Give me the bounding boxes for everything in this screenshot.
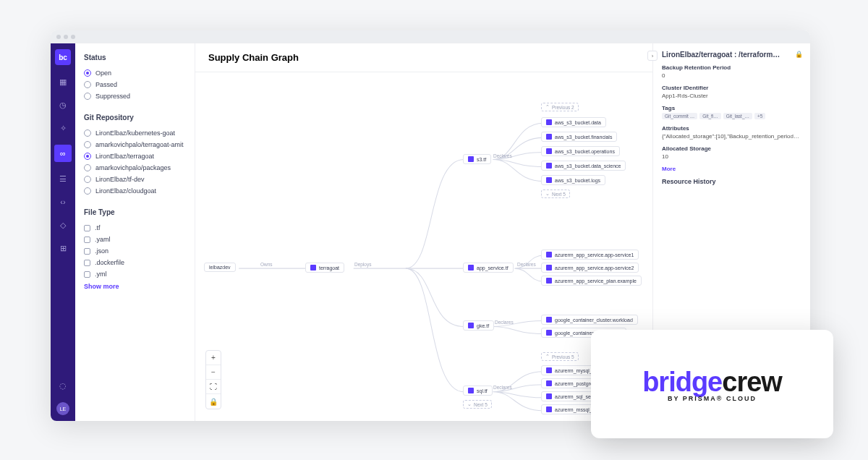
graph-canvas[interactable]: lelbazdev Owns terragoat Deploys ⌃Previo… [195, 72, 652, 421]
tag-more-chip[interactable]: +5 [754, 113, 765, 119]
filter-sidebar: Status Open Passed Suppressed Git Reposi… [75, 43, 195, 421]
repo-node[interactable]: terragoat [305, 263, 344, 273]
owner-node[interactable]: lelbazdev [204, 263, 236, 272]
nav-puzzle-icon[interactable]: ⊞ [56, 242, 69, 255]
tag-chip[interactable]: Git_commit … [662, 113, 697, 119]
brand-word-2: crew [722, 367, 782, 397]
status-passed[interactable]: Passed [84, 79, 186, 90]
edge-label: Declares [493, 385, 512, 390]
azure-icon [546, 252, 552, 257]
field-value: App1-Rds-Cluster [662, 93, 801, 99]
bucket-icon [546, 163, 552, 169]
resource-node[interactable]: aws_s3_bucket.data_science [541, 161, 626, 171]
resource-node[interactable]: azurerm_app_service_plan.example [541, 276, 642, 286]
status-suppressed[interactable]: Suppressed [84, 90, 186, 102]
lock-icon: 🔒 [795, 51, 803, 58]
repo-item[interactable]: LironElbaz/terragoat [84, 150, 186, 162]
repos-heading: Git Repository [84, 114, 186, 122]
db-icon [546, 380, 552, 386]
tag-chip[interactable]: Git_last_… [723, 113, 752, 119]
bucket-icon [546, 134, 552, 140]
nav-users-icon[interactable]: ☰ [56, 172, 69, 185]
nav-code-icon[interactable]: ‹› [56, 195, 69, 208]
filetype-item[interactable]: .dockerfile [84, 257, 186, 268]
db-icon [546, 393, 552, 399]
brand-card: bridgecrew BY PRISMA® CLOUD [591, 330, 833, 438]
window-titlebar [51, 30, 810, 43]
brand-word-1: bridge [642, 367, 722, 397]
file-node-app[interactable]: app_service.tf [463, 263, 514, 273]
tf-icon [468, 265, 474, 271]
status-heading: Status [84, 54, 186, 61]
history-heading: Resource History [662, 178, 801, 185]
db-icon [546, 367, 552, 373]
zoom-in-button[interactable]: + [206, 351, 221, 365]
edge-label: Deploys [354, 262, 371, 267]
edge-label: Declares [495, 320, 514, 325]
resource-node[interactable]: google_container_cluster.workload [541, 315, 638, 325]
collapse-panel-button[interactable]: › [647, 51, 658, 61]
edge-label: Owns [260, 262, 273, 267]
repo-item[interactable]: LironElbaz/kubernetes-goat [84, 127, 186, 139]
filetype-item[interactable]: .yml [84, 268, 186, 280]
filetype-item[interactable]: .tf [84, 222, 186, 234]
tf-icon [468, 323, 474, 328]
field-label: Cluster IDentifier [662, 85, 801, 91]
resource-node[interactable]: aws_s3_bucket.operations [541, 146, 620, 156]
azure-icon [546, 278, 552, 284]
file-node-s3[interactable]: s3.tf [463, 154, 491, 164]
nav-rocket-icon[interactable]: ✧ [56, 122, 69, 135]
repo-item[interactable]: LironElbaz/tf-dev [84, 174, 186, 185]
nav-bell-icon[interactable]: ◌ [56, 379, 69, 392]
field-label: Backup Retention Period [662, 64, 801, 71]
nav-shield-icon[interactable]: ◇ [56, 218, 69, 231]
alloc-value: 10 [662, 153, 801, 160]
prev-page[interactable]: ⌃Previous 2 [541, 103, 579, 111]
tf-icon [468, 156, 474, 162]
nav-dashboard-icon[interactable]: ▦ [56, 75, 69, 88]
bucket-icon [546, 177, 552, 183]
resource-node[interactable]: aws_s3_bucket.logs [541, 175, 605, 185]
file-node-sql[interactable]: sql.tf [463, 386, 493, 396]
zoom-lock-button[interactable]: 🔒 [206, 394, 221, 409]
resource-node[interactable]: azurerm_app_service.app-service1 [541, 250, 639, 260]
status-open[interactable]: Open [84, 67, 186, 79]
alloc-label: Allocated Storage [662, 145, 801, 152]
edge-label: Declares [493, 153, 512, 158]
filetype-heading: File Type [84, 208, 186, 216]
repo-item[interactable]: amarkovichpalo/terragoat-amit [84, 139, 186, 150]
filetype-item[interactable]: .yaml [84, 234, 186, 245]
repo-item[interactable]: amarkovichpalo/packages [84, 162, 186, 174]
attrs-label: Attributes [662, 125, 801, 132]
resource-node[interactable]: aws_s3_bucket.data [541, 117, 606, 127]
nav-clock-icon[interactable]: ◷ [56, 98, 69, 111]
zoom-controls: + − ⛶ 🔒 [205, 350, 221, 409]
next-page[interactable]: ⌄Next 5 [463, 400, 492, 409]
repo-item[interactable]: LironElbaz/cloudgoat [84, 185, 186, 197]
avatar[interactable]: LE [56, 402, 69, 415]
filetype-show-more[interactable]: Show more [84, 283, 186, 290]
attrs-value: {"Allocated_storage":[10],"Backup_retent… [662, 133, 801, 140]
edge-label: Declares [517, 262, 536, 267]
resource-node[interactable]: aws_s3_bucket.financials [541, 132, 617, 142]
brand-subtitle: BY PRISMA® CLOUD [668, 395, 757, 402]
bucket-icon [546, 119, 552, 125]
tf-icon [468, 388, 474, 393]
azure-icon [546, 265, 552, 271]
resource-node[interactable]: azurerm_app_service.app-service2 [541, 263, 639, 273]
tags-label: Tags [662, 105, 801, 111]
gcp-icon [546, 317, 552, 323]
prev-page[interactable]: ⌃Previous 5 [541, 352, 579, 361]
next-page[interactable]: ⌄Next 5 [541, 189, 570, 198]
page-title: Supply Chain Graph [195, 43, 652, 72]
nav-rail: bc ▦ ◷ ✧ ∞ ☰ ‹› ◇ ⊞ ◌ LE [51, 43, 75, 421]
zoom-out-button[interactable]: − [206, 365, 221, 380]
db-icon [546, 406, 552, 412]
filetype-item[interactable]: .json [84, 245, 186, 257]
logo-icon[interactable]: bc [55, 49, 71, 65]
more-link[interactable]: More [662, 166, 801, 172]
file-node-gke[interactable]: gke.tf [463, 320, 494, 331]
nav-graph-icon[interactable]: ∞ [54, 145, 72, 162]
tag-chip[interactable]: Git_fi… [699, 113, 721, 119]
zoom-fit-button[interactable]: ⛶ [206, 380, 221, 394]
